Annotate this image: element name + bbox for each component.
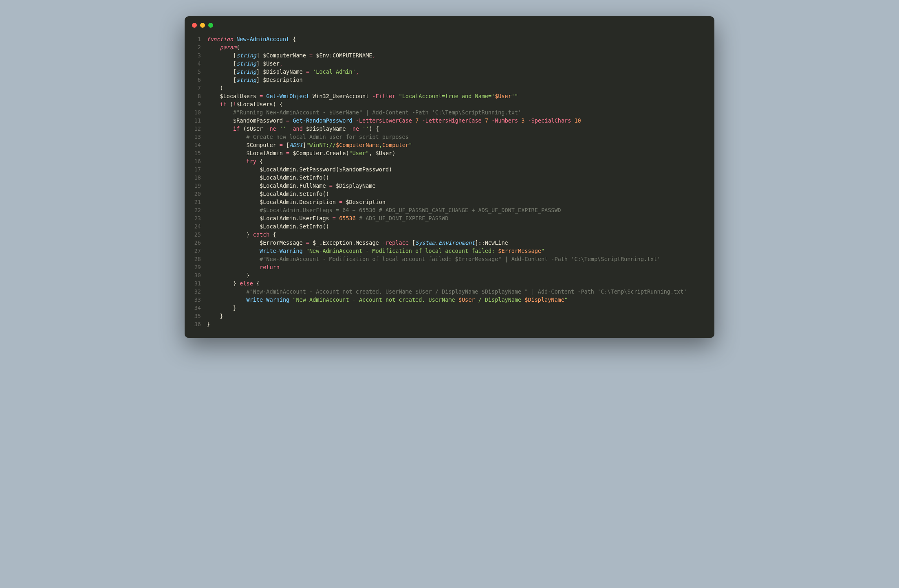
code-line: 18 $LocalAdmin.SetInfo()	[193, 173, 706, 182]
code-line: 24 $LocalAdmin.SetInfo()	[193, 222, 706, 230]
line-content: try {	[207, 157, 263, 165]
minimize-icon[interactable]	[200, 23, 205, 28]
line-number: 11	[193, 116, 207, 125]
code-line: 27 Write-Warning "New-AdminAccount - Mod…	[193, 247, 706, 255]
line-number: 2	[193, 43, 207, 51]
code-line: 22 #$LocalAdmin.UserFlags = 64 + 65536 #…	[193, 206, 706, 214]
window-titlebar	[185, 16, 714, 31]
line-number: 31	[193, 279, 207, 287]
line-content: [string] $Description	[207, 76, 303, 84]
line-number: 30	[193, 271, 207, 279]
line-number: 29	[193, 263, 207, 271]
code-line: 36}	[193, 320, 706, 328]
line-number: 15	[193, 149, 207, 157]
line-number: 26	[193, 239, 207, 247]
code-line: 1function New-AdminAccount {	[193, 35, 706, 43]
line-content: $LocalAdmin.SetInfo()	[207, 190, 329, 198]
line-content: $LocalAdmin = $Computer.Create("User", $…	[207, 149, 395, 157]
line-content: } catch {	[207, 230, 276, 239]
line-number: 10	[193, 108, 207, 116]
line-number: 22	[193, 206, 207, 214]
code-line: 25 } catch {	[193, 230, 706, 239]
line-content: [string] $User,	[207, 59, 283, 68]
line-content: } else {	[207, 279, 260, 287]
line-content: }	[207, 312, 223, 320]
line-content: function New-AdminAccount {	[207, 35, 296, 43]
code-line: 2 param(	[193, 43, 706, 51]
line-content: param(	[207, 43, 240, 51]
code-line: 9 if (!$LocalUsers) {	[193, 100, 706, 108]
code-line: 28 #"New-AdminAccount - Modification of …	[193, 255, 706, 263]
code-line: 19 $LocalAdmin.FullName = $DisplayName	[193, 182, 706, 190]
line-content: $LocalAdmin.SetInfo()	[207, 173, 329, 182]
line-number: 9	[193, 100, 207, 108]
line-number: 16	[193, 157, 207, 165]
code-line: 11 $RandomPassword = Get-RandomPassword …	[193, 116, 706, 125]
line-number: 1	[193, 35, 207, 43]
line-content: $LocalAdmin.FullName = $DisplayName	[207, 182, 376, 190]
maximize-icon[interactable]	[208, 23, 213, 28]
line-number: 24	[193, 222, 207, 230]
code-line: 14 $Computer = [ADSI]"WinNT://$ComputerN…	[193, 141, 706, 149]
line-content: #"New-AdminAccount - Account not created…	[207, 287, 687, 296]
line-number: 13	[193, 133, 207, 141]
line-number: 12	[193, 125, 207, 133]
code-line: 26 $ErrorMessage = $_.Exception.Message …	[193, 239, 706, 247]
line-number: 25	[193, 230, 207, 239]
line-content: }	[207, 271, 250, 279]
code-line: 32 #"New-AdminAccount - Account not crea…	[193, 287, 706, 296]
line-content: Write-Warning "New-AdminAccount - Accoun…	[207, 296, 568, 304]
line-content: }	[207, 304, 236, 312]
line-content: if ($User -ne '' -and $DisplayName -ne '…	[207, 125, 379, 133]
line-content: [string] $ComputerName = $Env:COMPUTERNA…	[207, 51, 376, 59]
code-line: 30 }	[193, 271, 706, 279]
line-number: 32	[193, 287, 207, 296]
line-number: 28	[193, 255, 207, 263]
line-content: [string] $DisplayName = 'Local Admin',	[207, 68, 359, 76]
code-line: 5 [string] $DisplayName = 'Local Admin',	[193, 68, 706, 76]
line-number: 36	[193, 320, 207, 328]
line-number: 17	[193, 165, 207, 173]
code-line: 16 try {	[193, 157, 706, 165]
code-line: 6 [string] $Description	[193, 76, 706, 84]
code-line: 33 Write-Warning "New-AdminAccount - Acc…	[193, 296, 706, 304]
line-number: 23	[193, 214, 207, 222]
line-number: 3	[193, 51, 207, 59]
line-number: 27	[193, 247, 207, 255]
code-line: 20 $LocalAdmin.SetInfo()	[193, 190, 706, 198]
code-editor[interactable]: 1function New-AdminAccount {2 param(3 [s…	[185, 31, 714, 338]
line-content: #"New-AdminAccount - Modification of loc…	[207, 255, 661, 263]
code-line: 34 }	[193, 304, 706, 312]
line-content: $LocalAdmin.SetInfo()	[207, 222, 329, 230]
close-icon[interactable]	[192, 23, 197, 28]
line-content: }	[207, 320, 210, 328]
code-line: 35 }	[193, 312, 706, 320]
line-content: $RandomPassword = Get-RandomPassword -Le…	[207, 116, 581, 125]
line-content: #$LocalAdmin.UserFlags = 64 + 65536 # AD…	[207, 206, 561, 214]
line-content: #"Running New-AdminAccount - $UserName" …	[207, 108, 521, 116]
line-content: if (!$LocalUsers) {	[207, 100, 283, 108]
line-number: 7	[193, 84, 207, 92]
line-number: 34	[193, 304, 207, 312]
line-content: $ErrorMessage = $_.Exception.Message -re…	[207, 239, 508, 247]
line-number: 18	[193, 173, 207, 182]
line-number: 19	[193, 182, 207, 190]
line-content: $LocalUsers = Get-WmiObject Win32_UserAc…	[207, 92, 518, 100]
line-content: # Create new local Admin user for script…	[207, 133, 409, 141]
line-number: 21	[193, 198, 207, 206]
code-line: 8 $LocalUsers = Get-WmiObject Win32_User…	[193, 92, 706, 100]
code-line: 10 #"Running New-AdminAccount - $UserNam…	[193, 108, 706, 116]
code-line: 23 $LocalAdmin.UserFlags = 65536 # ADS_U…	[193, 214, 706, 222]
line-number: 5	[193, 68, 207, 76]
code-line: 17 $LocalAdmin.SetPassword($RandomPasswo…	[193, 165, 706, 173]
line-number: 35	[193, 312, 207, 320]
code-line: 21 $LocalAdmin.Description = $Descriptio…	[193, 198, 706, 206]
code-line: 31 } else {	[193, 279, 706, 287]
line-number: 4	[193, 59, 207, 68]
line-number: 20	[193, 190, 207, 198]
code-line: 7 )	[193, 84, 706, 92]
code-line: 15 $LocalAdmin = $Computer.Create("User"…	[193, 149, 706, 157]
line-number: 8	[193, 92, 207, 100]
code-line: 4 [string] $User,	[193, 59, 706, 68]
line-number: 14	[193, 141, 207, 149]
